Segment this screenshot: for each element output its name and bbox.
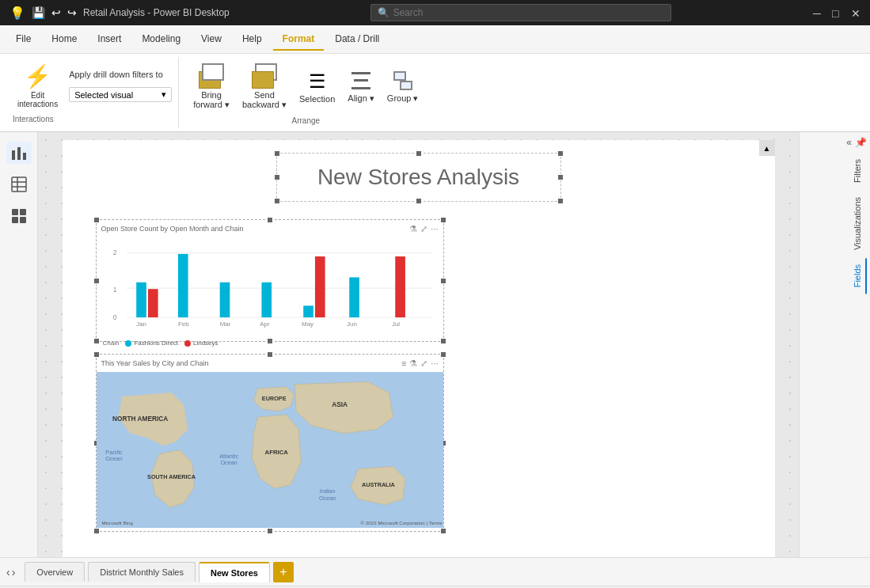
map-inner: NORTH AMERICA SOUTH AMERICA EUROPE AFRIC…	[97, 372, 443, 528]
sidebar-icon-table[interactable]	[6, 173, 32, 195]
app-title: Retail Analysis - Power BI Desktop	[83, 7, 230, 18]
chevron-up-icon: ▲	[763, 144, 771, 153]
tab-format[interactable]: Format	[273, 28, 325, 51]
fields-panel-tab[interactable]: Fields	[849, 258, 867, 294]
svg-text:May: May	[302, 321, 313, 328]
svg-text:SOUTH AMERICA: SOUTH AMERICA	[147, 473, 196, 480]
handle-bl[interactable]	[274, 198, 280, 204]
maximize-button[interactable]: □	[832, 8, 842, 17]
search-input[interactable]	[393, 7, 664, 18]
sidebar-icon-dashboard[interactable]	[6, 205, 32, 227]
map-handle-tr[interactable]	[440, 351, 446, 358]
map-visual[interactable]: This Year Sales by City and Chain ≡ ⚗ ⤢ …	[96, 354, 444, 532]
report-title-text: New Stores Analysis	[317, 165, 519, 189]
filter-pin-icon[interactable]: 📌	[855, 137, 867, 148]
legend-chain-label: Chain	[103, 340, 120, 347]
svg-rect-24	[349, 277, 359, 317]
map-filter-icon[interactable]: ⚗	[409, 358, 417, 369]
interactions-group: ⚡ Edit interactions Apply drill down fil…	[6, 57, 179, 128]
svg-text:Ocean: Ocean	[220, 459, 237, 466]
add-page-button[interactable]: +	[273, 562, 294, 582]
tab-overview[interactable]: Overview	[25, 562, 85, 582]
arrange-group: Bring forward ▾ Send backward ▾ ☰ Select…	[179, 57, 432, 128]
main-layout: ▲ New Stores Analysis	[0, 132, 870, 557]
interactions-group-label: Interactions	[13, 115, 172, 123]
next-page-button[interactable]: ›	[12, 566, 16, 579]
selection-button[interactable]: ☰ Selection	[294, 67, 340, 107]
ribbon: File Home Insert Modeling View Help Form…	[0, 25, 870, 132]
map-handle-br[interactable]	[440, 528, 446, 534]
visual-dropdown[interactable]: Selected visual ▾	[69, 87, 172, 102]
svg-rect-23	[314, 256, 325, 317]
bc-handle-tm[interactable]	[267, 217, 273, 223]
bc-handle-tl[interactable]	[93, 217, 100, 223]
collapse-button[interactable]: ▲	[759, 140, 775, 156]
edit-interactions-button[interactable]: ⚡ Edit interactions	[13, 60, 63, 112]
visualizations-panel-tab[interactable]: Visualizations	[849, 191, 867, 256]
bc-handle-bl[interactable]	[93, 338, 100, 344]
prev-page-button[interactable]: ‹	[6, 566, 10, 579]
svg-text:Apr: Apr	[260, 321, 270, 328]
svg-text:Jun: Jun	[347, 321, 357, 328]
align-button[interactable]: Align ▾	[343, 66, 379, 107]
bc-handle-bm[interactable]	[267, 338, 273, 344]
edit-interactions-icon: ⚡	[24, 63, 51, 89]
map-menu-icon[interactable]: ≡	[401, 358, 406, 369]
tab-home[interactable]: Home	[42, 28, 86, 51]
group-icon	[392, 70, 414, 92]
tab-datadrill[interactable]: Data / Drill	[325, 28, 389, 51]
tab-view[interactable]: View	[192, 28, 231, 51]
bar-chart-visual[interactable]: Open Store Count by Open Month and Chain…	[96, 219, 444, 342]
filter-icon[interactable]: ⚗	[409, 224, 417, 234]
svg-rect-0	[12, 150, 15, 160]
collapse-right-icon[interactable]: «	[846, 137, 852, 148]
redo-icon[interactable]: ↪	[67, 6, 77, 19]
title-bar-left: 💡 💾 ↩ ↪ Retail Analysis - Power BI Deskt…	[9, 6, 230, 21]
tab-help[interactable]: Help	[233, 28, 272, 51]
bar-chart-actions: ⚗ ⤢ ···	[409, 224, 438, 234]
group-button[interactable]: Group ▾	[382, 66, 424, 107]
svg-text:Jan: Jan	[136, 321, 146, 328]
filters-panel-tab[interactable]: Filters	[849, 153, 867, 189]
close-button[interactable]: ✕	[851, 8, 861, 17]
minimize-button[interactable]: ─	[813, 8, 823, 17]
handle-bm[interactable]	[416, 198, 422, 204]
tab-file[interactable]: File	[6, 28, 40, 51]
search-box[interactable]: 🔍	[370, 4, 671, 21]
map-handle-tl[interactable]	[93, 351, 100, 358]
bc-handle-tr[interactable]	[440, 217, 446, 223]
handle-tr[interactable]	[557, 150, 564, 157]
map-handle-tm[interactable]	[267, 351, 273, 358]
save-icon[interactable]: 💾	[32, 6, 45, 19]
bc-handle-br[interactable]	[440, 338, 446, 344]
handle-tl[interactable]	[274, 150, 280, 157]
map-background: NORTH AMERICA SOUTH AMERICA EUROPE AFRIC…	[97, 372, 443, 528]
handle-tm[interactable]	[416, 150, 422, 157]
handle-mr[interactable]	[557, 174, 564, 180]
svg-rect-18	[147, 289, 158, 317]
handle-ml[interactable]	[274, 174, 280, 180]
canvas-area[interactable]: ▲ New Stores Analysis	[38, 132, 799, 557]
arrange-group-label: Arrange	[292, 116, 321, 125]
undo-icon[interactable]: ↩	[51, 6, 61, 19]
handle-br[interactable]	[557, 198, 564, 204]
sidebar-icon-barchart[interactable]	[6, 142, 32, 164]
align-icon	[350, 70, 372, 92]
tab-district-monthly-sales[interactable]: District Monthly Sales	[88, 562, 196, 582]
bring-forward-button[interactable]: Bring forward ▾	[188, 60, 234, 113]
map-more-icon[interactable]: ···	[431, 358, 438, 369]
report-title-visual[interactable]: New Stores Analysis	[276, 153, 561, 202]
svg-text:Feb: Feb	[177, 321, 188, 328]
expand-icon[interactable]: ⤢	[420, 224, 427, 234]
map-handle-bl[interactable]	[93, 528, 100, 534]
tab-new-stores[interactable]: New Stores	[199, 562, 270, 582]
selection-icon: ☰	[309, 70, 326, 93]
send-backward-button[interactable]: Send backward ▾	[237, 60, 291, 113]
svg-text:Mar: Mar	[219, 321, 230, 328]
map-handle-bm[interactable]	[267, 528, 273, 534]
more-icon[interactable]: ···	[431, 224, 438, 234]
title-bar: 💡 💾 ↩ ↪ Retail Analysis - Power BI Deskt…	[0, 0, 870, 25]
tab-modeling[interactable]: Modeling	[132, 28, 190, 51]
map-expand-icon[interactable]: ⤢	[420, 358, 427, 369]
tab-insert[interactable]: Insert	[88, 28, 131, 51]
